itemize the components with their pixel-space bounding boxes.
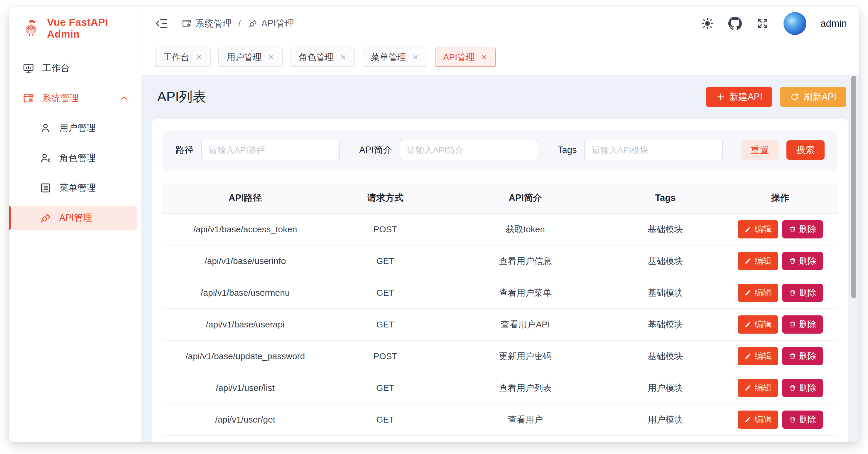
trash-icon	[789, 384, 797, 392]
tab-label: 角色管理	[299, 51, 334, 63]
delete-button[interactable]: 删除	[782, 315, 823, 334]
col-actions: 操作	[723, 192, 837, 204]
table-row: /api/v1/base/userapi GET 查看用户API 基础模块 编辑…	[162, 309, 837, 341]
page-header: API列表 新建API 刷新API	[152, 75, 848, 119]
main-area: 系统管理 / API管理 admin 工作台	[142, 7, 859, 442]
api-summary: 查看用户菜单	[443, 287, 608, 299]
tab-menus[interactable]: 菜单管理	[363, 48, 427, 67]
sidebar-item-api[interactable]: API管理	[12, 205, 137, 230]
close-icon[interactable]	[412, 54, 419, 61]
github-icon[interactable]	[728, 17, 742, 30]
top-header: 系统管理 / API管理 admin	[142, 7, 859, 40]
breadcrumb-system[interactable]: 系统管理	[181, 17, 232, 30]
sidebar-item-system[interactable]: 系统管理	[12, 86, 137, 110]
chevron-up-icon	[119, 93, 129, 103]
edit-button[interactable]: 编辑	[738, 284, 778, 302]
refresh-api-label: 刷新API	[803, 91, 836, 103]
reset-button[interactable]: 重置	[741, 140, 779, 160]
refresh-icon	[790, 92, 799, 102]
api-tags: 基础模块	[608, 350, 723, 362]
api-plug-icon	[247, 18, 258, 29]
api-plug-icon	[39, 212, 52, 224]
pencil-icon	[744, 321, 752, 328]
theme-sun-icon[interactable]	[701, 17, 714, 30]
edit-button[interactable]: 编辑	[738, 315, 778, 334]
api-tags: 基础模块	[608, 319, 723, 331]
vertical-scrollbar-thumb[interactable]	[851, 76, 856, 299]
api-method: POST	[328, 351, 443, 361]
user-icon	[39, 122, 52, 134]
create-api-button[interactable]: 新建API	[706, 87, 772, 107]
monitor-icon	[22, 62, 35, 74]
delete-button[interactable]: 删除	[782, 347, 823, 365]
username[interactable]: admin	[820, 18, 847, 29]
trash-icon	[789, 289, 797, 296]
pencil-icon	[744, 384, 752, 392]
col-path: API路径	[162, 192, 328, 204]
delete-label: 删除	[799, 382, 816, 394]
close-icon[interactable]	[195, 54, 203, 61]
delete-button[interactable]: 删除	[782, 220, 823, 238]
sidebar-item-workbench[interactable]: 工作台	[12, 56, 137, 81]
delete-label: 删除	[799, 319, 816, 330]
table-header-row: API路径 请求方式 API简介 Tags 操作	[162, 183, 837, 214]
api-tags: 用户模块	[608, 414, 723, 426]
tab-label: 菜单管理	[371, 51, 406, 63]
close-icon[interactable]	[268, 54, 275, 61]
delete-button[interactable]: 删除	[782, 410, 823, 429]
collapse-sidebar-icon[interactable]	[155, 17, 168, 30]
sidebar-item-menus[interactable]: 菜单管理	[12, 176, 137, 200]
trash-icon	[789, 226, 797, 233]
close-icon[interactable]	[480, 54, 488, 61]
avatar[interactable]	[783, 12, 806, 35]
filter-bar: 路径 API简介 Tags 重置 搜索	[162, 131, 837, 170]
delete-label: 删除	[799, 224, 816, 235]
edit-button[interactable]: 编辑	[738, 220, 778, 238]
delete-button[interactable]: 删除	[782, 379, 823, 397]
pencil-icon	[744, 257, 752, 265]
table-row: /api/v1/user/get GET 查看用户 用户模块 编辑 删除	[162, 404, 837, 436]
fullscreen-icon[interactable]	[756, 17, 769, 30]
tab-roles[interactable]: 角色管理	[290, 48, 355, 67]
edit-label: 编辑	[755, 319, 772, 330]
tab-users[interactable]: 用户管理	[218, 48, 283, 67]
tab-label: 用户管理	[226, 51, 262, 63]
col-method: 请求方式	[328, 192, 443, 204]
delete-button[interactable]: 删除	[782, 284, 823, 302]
filter-actions: 重置 搜索	[741, 140, 825, 160]
api-tags: 用户模块	[608, 382, 723, 394]
col-summary: API简介	[443, 192, 608, 204]
pencil-icon	[744, 352, 752, 360]
tab-workbench[interactable]: 工作台	[155, 48, 211, 67]
app-logo[interactable]: Vue FastAPI Admin	[9, 18, 141, 39]
edit-button[interactable]: 编辑	[738, 347, 778, 365]
breadcrumb-api[interactable]: API管理	[247, 17, 294, 30]
summary-input[interactable]	[400, 140, 538, 160]
path-input[interactable]	[201, 140, 340, 160]
tags-input[interactable]	[584, 140, 723, 160]
summary-label: API简介	[359, 144, 392, 156]
refresh-api-button[interactable]: 刷新API	[780, 87, 846, 107]
delete-button[interactable]: 删除	[782, 252, 823, 270]
pencil-icon	[744, 289, 752, 296]
edit-label: 编辑	[755, 382, 772, 394]
tab-bar: 工作台 用户管理 角色管理 菜单管理 API管理	[142, 40, 859, 75]
search-button[interactable]: 搜索	[786, 140, 825, 160]
api-method: GET	[328, 319, 443, 330]
edit-label: 编辑	[755, 287, 772, 299]
edit-button[interactable]: 编辑	[738, 410, 778, 429]
sidebar-item-users[interactable]: 用户管理	[12, 116, 137, 140]
sidebar-item-roles[interactable]: 角色管理	[12, 146, 137, 170]
table-row: /api/v1/base/userinfo GET 查看用户信息 基础模块 编辑…	[162, 246, 837, 277]
close-icon[interactable]	[340, 54, 347, 61]
chick-logo-icon	[22, 19, 40, 38]
edit-button[interactable]: 编辑	[738, 252, 778, 270]
create-api-label: 新建API	[730, 91, 762, 103]
edit-button[interactable]: 编辑	[738, 379, 778, 397]
tab-api[interactable]: API管理	[435, 48, 496, 67]
path-label: 路径	[176, 144, 194, 156]
tab-label: 工作台	[163, 51, 190, 63]
api-method: GET	[328, 288, 443, 298]
app-title: Vue FastAPI Admin	[47, 17, 141, 40]
api-summary: 更新用户密码	[443, 350, 608, 362]
